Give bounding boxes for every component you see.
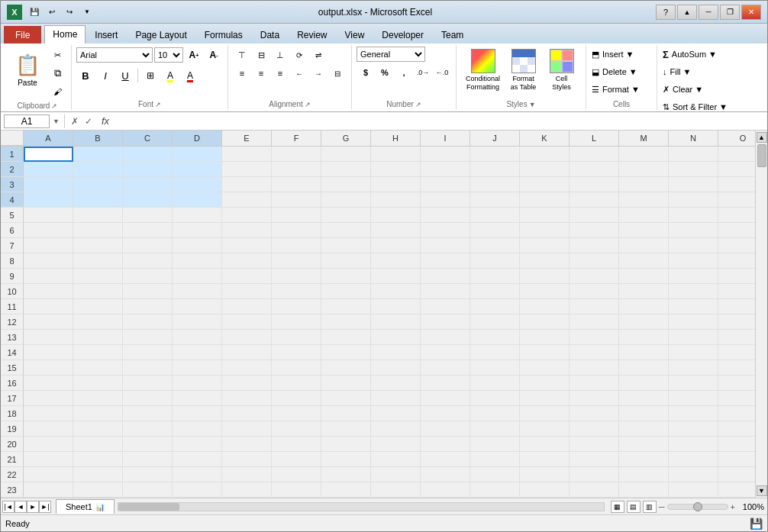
cell-O16[interactable]	[718, 376, 755, 391]
cell-H1[interactable]	[371, 147, 421, 162]
cell-I20[interactable]	[421, 437, 470, 452]
cell-J11[interactable]	[470, 299, 520, 314]
cell-N22[interactable]	[669, 467, 718, 482]
cell-A5[interactable]	[24, 208, 73, 223]
cell-F23[interactable]	[272, 482, 321, 498]
cell-K4[interactable]	[520, 192, 570, 208]
cell-B2[interactable]	[73, 162, 123, 177]
cell-G12[interactable]	[321, 314, 371, 330]
cell-J4[interactable]	[470, 192, 520, 208]
cell-N10[interactable]	[669, 284, 718, 299]
cell-I17[interactable]	[421, 391, 470, 406]
cell-M13[interactable]	[619, 330, 669, 345]
cell-N13[interactable]	[669, 330, 718, 345]
cell-F10[interactable]	[272, 284, 321, 299]
clear-btn[interactable]: ✗ Clear ▼	[662, 82, 729, 97]
cell-N23[interactable]	[669, 482, 718, 498]
cell-H23[interactable]	[371, 482, 421, 498]
tab-page-layout[interactable]: Page Layout	[127, 26, 195, 44]
cell-F16[interactable]	[272, 376, 321, 391]
tab-team[interactable]: Team	[433, 26, 472, 44]
cell-E11[interactable]	[222, 299, 272, 314]
cell-N9[interactable]	[669, 269, 718, 284]
cell-C16[interactable]	[123, 376, 173, 391]
row-num-1[interactable]: 1	[1, 147, 24, 162]
cell-E14[interactable]	[222, 345, 272, 360]
cell-D8[interactable]	[173, 253, 222, 269]
merge-center-btn[interactable]: ⊟	[328, 65, 347, 82]
cell-M14[interactable]	[619, 345, 669, 360]
cell-N11[interactable]	[669, 299, 718, 314]
cell-D4[interactable]	[173, 192, 222, 208]
cell-C21[interactable]	[123, 452, 173, 467]
cell-H2[interactable]	[371, 162, 421, 177]
cell-G3[interactable]	[321, 177, 371, 192]
col-header-J[interactable]: J	[470, 131, 520, 146]
cell-O20[interactable]	[718, 437, 755, 452]
cell-I13[interactable]	[421, 330, 470, 345]
row-num-11[interactable]: 11	[1, 299, 24, 314]
cell-D3[interactable]	[173, 177, 222, 192]
cell-M19[interactable]	[619, 421, 669, 437]
cell-L16[interactable]	[570, 376, 619, 391]
cell-C3[interactable]	[123, 177, 173, 192]
cell-N12[interactable]	[669, 314, 718, 330]
cell-N14[interactable]	[669, 345, 718, 360]
increase-font-btn[interactable]: A+	[185, 47, 203, 63]
cell-I5[interactable]	[421, 208, 470, 223]
cell-L15[interactable]	[570, 360, 619, 376]
cell-F5[interactable]	[272, 208, 321, 223]
cell-H20[interactable]	[371, 437, 421, 452]
cell-O18[interactable]	[718, 406, 755, 421]
row-num-5[interactable]: 5	[1, 208, 24, 223]
cell-G15[interactable]	[321, 360, 371, 376]
cell-H5[interactable]	[371, 208, 421, 223]
row-num-8[interactable]: 8	[1, 253, 24, 269]
cell-F3[interactable]	[272, 177, 321, 192]
zoom-in-btn[interactable]: +	[731, 502, 735, 511]
cell-N7[interactable]	[669, 238, 718, 253]
cell-K5[interactable]	[520, 208, 570, 223]
cell-I2[interactable]	[421, 162, 470, 177]
cell-F18[interactable]	[272, 406, 321, 421]
formula-arrow-right[interactable]: ✓	[83, 116, 94, 127]
cell-J17[interactable]	[470, 391, 520, 406]
cell-F15[interactable]	[272, 360, 321, 376]
cell-H14[interactable]	[371, 345, 421, 360]
cell-O6[interactable]	[718, 223, 755, 238]
cell-D21[interactable]	[173, 452, 222, 467]
cell-G21[interactable]	[321, 452, 371, 467]
cell-E6[interactable]	[222, 223, 272, 238]
fill-btn[interactable]: ↓ Fill ▼	[662, 64, 729, 79]
cell-D22[interactable]	[173, 467, 222, 482]
cell-K19[interactable]	[520, 421, 570, 437]
ribbon-options-btn[interactable]: ▲	[677, 5, 697, 20]
cell-K20[interactable]	[520, 437, 570, 452]
cell-O10[interactable]	[718, 284, 755, 299]
cell-A4[interactable]	[24, 192, 73, 208]
cell-A10[interactable]	[24, 284, 73, 299]
styles-dropdown-icon[interactable]: ▼	[529, 101, 536, 108]
cell-J23[interactable]	[470, 482, 520, 498]
row-num-3[interactable]: 3	[1, 177, 24, 192]
vertical-scrollbar[interactable]: ▲ ▼	[755, 131, 767, 498]
cell-B21[interactable]	[73, 452, 123, 467]
cell-O17[interactable]	[718, 391, 755, 406]
cell-A20[interactable]	[24, 437, 73, 452]
cell-J14[interactable]	[470, 345, 520, 360]
cell-F21[interactable]	[272, 452, 321, 467]
cell-G7[interactable]	[321, 238, 371, 253]
cut-button[interactable]: ✂	[48, 47, 66, 63]
cell-O23[interactable]	[718, 482, 755, 498]
number-format-select[interactable]: General	[357, 47, 425, 62]
cell-O12[interactable]	[718, 314, 755, 330]
cell-N6[interactable]	[669, 223, 718, 238]
close-btn[interactable]: ✕	[741, 5, 761, 20]
cell-I9[interactable]	[421, 269, 470, 284]
cell-M12[interactable]	[619, 314, 669, 330]
cell-G19[interactable]	[321, 421, 371, 437]
undo-quick-btn[interactable]: ↩	[44, 5, 60, 20]
font-family-select[interactable]: Arial	[76, 47, 153, 63]
cell-B15[interactable]	[73, 360, 123, 376]
cell-A15[interactable]	[24, 360, 73, 376]
